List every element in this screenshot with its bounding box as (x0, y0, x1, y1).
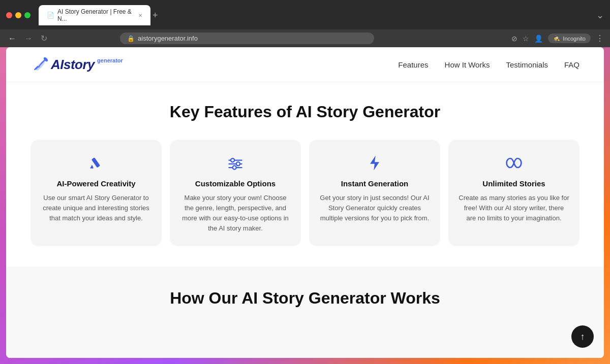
traffic-lights (6, 12, 30, 18)
forward-button[interactable]: → (22, 33, 35, 44)
feature-desc-creativity: Use our smart AI Story Generator to crea… (41, 193, 151, 223)
tab-close-icon[interactable]: ✕ (138, 13, 142, 18)
nav-faq[interactable]: FAQ (564, 60, 580, 69)
url-text: aistorygenerator.info (138, 35, 198, 42)
nav-features[interactable]: Features (398, 60, 428, 69)
maximize-button[interactable] (24, 12, 30, 18)
feature-desc-options: Make your story your own! Choose the gen… (180, 193, 291, 234)
reload-button[interactable]: ↻ (39, 32, 49, 44)
logo-subtext: generator (97, 57, 123, 63)
browser-titlebar: 📄 AI Story Generator | Free & N... ✕ + ⌄ (0, 0, 610, 29)
feature-card-creativity: AI-Powered Creativity Use our smart AI S… (30, 140, 162, 246)
svg-rect-1 (92, 157, 100, 168)
pencil-icon (87, 154, 105, 172)
svg-point-9 (233, 166, 236, 169)
svg-marker-2 (90, 165, 93, 168)
features-section: Key Features of AI Story Generator AI-Po… (6, 82, 604, 267)
incognito-badge: 🕵 Incognito (548, 34, 591, 43)
cast-icon[interactable]: ⊘ (511, 35, 517, 43)
menu-button[interactable]: ⋮ (596, 34, 604, 43)
lightning-icon (365, 154, 384, 172)
feature-card-options: Customizable Options Make your story you… (170, 140, 301, 246)
logo-text: AIstory (51, 57, 95, 73)
tab-favicon: 📄 (47, 12, 54, 19)
browser-toolbar: ← → ↻ 🔒 aistorygenerator.info ⊘ ☆ 👤 🕵 In… (0, 29, 610, 47)
sliders-icon (226, 154, 245, 172)
how-title: How Our AI Story Generator Works (30, 289, 580, 308)
svg-marker-10 (370, 156, 379, 171)
webpage: AIstory generator Features How It Works … (6, 47, 604, 358)
feature-card-unlimited: Unlimited Stories Create as many stories… (448, 140, 580, 246)
close-button[interactable] (6, 12, 12, 18)
bookmark-icon[interactable]: ☆ (523, 35, 529, 43)
svg-point-5 (231, 158, 234, 162)
site-nav: AIstory generator Features How It Works … (6, 47, 604, 82)
nav-how-it-works[interactable]: How It Works (445, 60, 490, 69)
svg-point-7 (236, 162, 240, 166)
feature-title-unlimited: Unlimited Stories (482, 179, 545, 188)
feature-desc-unlimited: Create as many stories as you like for f… (459, 193, 569, 223)
feature-card-instant: Instant Generation Get your story in jus… (309, 140, 440, 246)
toolbar-icons: ⊘ ☆ 👤 🕵 Incognito ⋮ (511, 34, 604, 43)
tab-title: AI Story Generator | Free & N... (57, 8, 133, 22)
incognito-label: Incognito (563, 36, 586, 42)
tab-bar: 📄 AI Story Generator | Free & N... ✕ + (39, 5, 592, 25)
scroll-to-top-button[interactable]: ↑ (571, 325, 594, 348)
feature-title-creativity: AI-Powered Creativity (56, 179, 135, 188)
browser-chrome: 📄 AI Story Generator | Free & N... ✕ + ⌄… (0, 0, 610, 47)
features-title: Key Features of AI Story Generator (30, 103, 580, 121)
nav-links: Features How It Works Testimonials FAQ (398, 60, 580, 69)
incognito-icon: 🕵 (553, 35, 560, 42)
feature-title-options: Customizable Options (195, 179, 276, 188)
how-section: How Our AI Story Generator Works (6, 267, 604, 358)
active-tab[interactable]: 📄 AI Story Generator | Free & N... ✕ (39, 5, 150, 25)
back-button[interactable]: ← (6, 33, 18, 44)
features-grid: AI-Powered Creativity Use our smart AI S… (30, 140, 580, 246)
lock-icon: 🔒 (127, 35, 135, 42)
window-expand-button[interactable]: ⌄ (596, 10, 604, 21)
profile-icon[interactable]: 👤 (534, 35, 543, 43)
minimize-button[interactable] (15, 12, 21, 18)
nav-testimonials[interactable]: Testimonials (506, 60, 548, 69)
feature-desc-instant: Get your story in just seconds! Our AI S… (319, 193, 430, 223)
url-bar[interactable]: 🔒 aistorygenerator.info (120, 32, 374, 44)
new-tab-button[interactable]: + (152, 10, 158, 21)
logo-icon (30, 55, 49, 74)
svg-rect-3 (90, 168, 93, 169)
infinity-icon (505, 154, 523, 172)
feature-title-instant: Instant Generation (341, 179, 409, 188)
logo-area[interactable]: AIstory generator (30, 55, 123, 74)
